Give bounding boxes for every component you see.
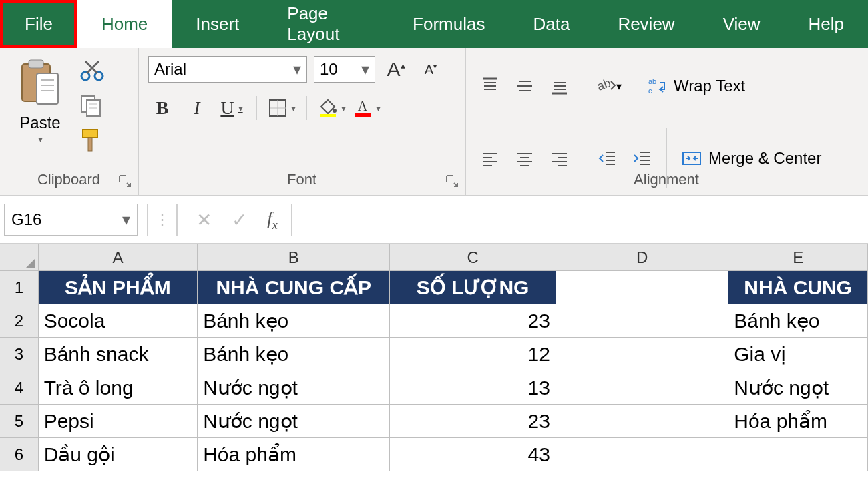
cell[interactable] — [556, 405, 728, 437]
cell[interactable]: Nước ngọt — [728, 371, 868, 404]
cell[interactable]: Socola — [39, 304, 198, 337]
tab-formulas[interactable]: Formulas — [389, 0, 509, 48]
orientation-button[interactable]: ab — [593, 73, 622, 99]
cell[interactable] — [556, 371, 728, 404]
cell[interactable]: 12 — [390, 338, 556, 371]
chevron-down-icon — [291, 103, 296, 113]
table-row: 3Bánh snackBánh kẹo12Gia vị — [0, 338, 868, 371]
cell[interactable] — [556, 338, 728, 371]
col-header-B[interactable]: B — [198, 244, 390, 270]
wrap-text-icon: abc — [647, 76, 667, 96]
row-header[interactable]: 2 — [0, 304, 39, 337]
font-name-combo[interactable]: Arial — [148, 56, 307, 83]
svg-text:ab: ab — [596, 76, 613, 93]
tab-file[interactable]: File — [0, 0, 77, 48]
clipboard-dialog-launcher[interactable] — [118, 174, 132, 188]
italic-button[interactable]: I — [183, 95, 211, 121]
align-middle-button[interactable] — [510, 73, 539, 99]
column-headers: A B C D E — [0, 244, 868, 271]
tab-help[interactable]: Help — [785, 0, 868, 48]
tab-page-layout[interactable]: Page Layout — [263, 0, 389, 48]
row-1: 1 SẢN PHẨM NHÀ CUNG CẤP SỐ LƯỢNG NHÀ CUN… — [0, 271, 868, 304]
cell[interactable]: 23 — [390, 304, 556, 337]
enter-formula-button[interactable]: ✓ — [232, 209, 247, 231]
cell-C1[interactable]: SỐ LƯỢNG — [390, 271, 556, 304]
cell[interactable] — [728, 438, 868, 471]
cut-button[interactable] — [77, 57, 107, 84]
row-header[interactable]: 6 — [0, 438, 39, 471]
col-header-C[interactable]: C — [390, 244, 556, 270]
cell[interactable]: Bánh kẹo — [198, 338, 390, 371]
insert-function-button[interactable]: fx — [267, 208, 278, 232]
cell[interactable]: 43 — [390, 438, 556, 471]
ribbon-tabs: File Home Insert Page Layout Formulas Da… — [0, 0, 868, 48]
col-header-E[interactable]: E — [728, 244, 868, 270]
group-label-alignment: Alignment — [466, 166, 867, 195]
copy-button[interactable] — [77, 92, 107, 119]
cell[interactable]: Bánh kẹo — [728, 304, 868, 337]
row-header[interactable]: 4 — [0, 371, 39, 404]
tab-review[interactable]: Review — [594, 0, 698, 48]
merge-center-label: Merge & Center — [708, 149, 821, 168]
table-row: 4Trà ô longNước ngọt13Nước ngọt — [0, 371, 868, 405]
paste-button[interactable]: Paste — [9, 56, 71, 144]
tab-insert[interactable]: Insert — [172, 0, 263, 48]
font-color-button[interactable]: A — [353, 95, 381, 121]
cell[interactable]: Nước ngọt — [198, 371, 390, 404]
cell[interactable]: Nước ngọt — [198, 405, 390, 437]
cell[interactable]: Pepsi — [39, 405, 198, 437]
increase-font-size-button[interactable]: A▴ — [382, 56, 410, 83]
cell[interactable]: Hóa phẩm — [728, 405, 868, 437]
group-alignment: ab abc Wrap Text — [466, 48, 867, 195]
font-size-combo[interactable]: 10 — [314, 56, 375, 83]
cell[interactable] — [556, 304, 728, 337]
tab-home[interactable]: Home — [77, 0, 172, 48]
cell[interactable]: 23 — [390, 405, 556, 437]
select-all-corner[interactable] — [0, 244, 39, 270]
svg-rect-2 — [37, 73, 58, 104]
underline-button[interactable]: U — [218, 95, 246, 121]
tab-view[interactable]: View — [699, 0, 785, 48]
cell[interactable] — [556, 438, 728, 471]
bold-button[interactable]: B — [148, 95, 176, 121]
decrease-font-size-button[interactable]: A▾ — [417, 56, 445, 83]
cell-D1[interactable] — [556, 271, 728, 304]
row-header[interactable]: 3 — [0, 338, 39, 371]
cell[interactable]: Trà ô long — [39, 371, 198, 404]
ribbon: Paste Clipboard Arial 10 A▴ A▾ — [0, 48, 868, 196]
font-dialog-launcher[interactable] — [445, 174, 459, 188]
cell-A1[interactable]: SẢN PHẨM — [39, 271, 198, 304]
svg-point-19 — [333, 109, 337, 113]
cell[interactable]: Gia vị — [728, 338, 868, 371]
svg-rect-20 — [320, 114, 336, 117]
col-header-D[interactable]: D — [556, 244, 728, 270]
name-box[interactable]: G16 — [4, 204, 138, 236]
borders-button[interactable] — [268, 95, 296, 121]
paste-label: Paste — [19, 113, 60, 132]
cancel-formula-button[interactable]: ✕ — [196, 209, 212, 231]
svg-rect-22 — [355, 113, 371, 117]
tab-data[interactable]: Data — [509, 0, 594, 48]
row-header[interactable]: 5 — [0, 405, 39, 437]
cell[interactable]: Hóa phẩm — [198, 438, 390, 471]
cell[interactable]: Bánh kẹo — [198, 304, 390, 337]
table-row: 2SocolaBánh kẹo23Bánh kẹo — [0, 304, 868, 338]
wrap-text-button[interactable]: abc Wrap Text — [642, 73, 750, 99]
cell[interactable]: Bánh snack — [39, 338, 198, 371]
chevron-down-icon — [616, 80, 622, 93]
align-top-button[interactable] — [475, 73, 505, 99]
cell[interactable]: Dầu gội — [39, 438, 198, 471]
group-clipboard: Paste Clipboard — [0, 48, 139, 195]
col-header-A[interactable]: A — [39, 244, 198, 270]
fill-color-button[interactable] — [318, 95, 346, 121]
cell[interactable]: 13 — [390, 371, 556, 404]
group-font: Arial 10 A▴ A▾ B I U A Font — [139, 48, 466, 195]
cell-B1[interactable]: NHÀ CUNG CẤP — [198, 271, 390, 304]
align-bottom-button[interactable] — [545, 73, 574, 99]
format-painter-button[interactable] — [77, 127, 107, 154]
cell-E1[interactable]: NHÀ CUNG — [728, 271, 868, 304]
clipboard-icon — [19, 59, 61, 107]
svg-rect-57 — [683, 152, 700, 164]
paste-dropdown[interactable] — [38, 134, 43, 144]
row-header-1[interactable]: 1 — [0, 271, 39, 304]
